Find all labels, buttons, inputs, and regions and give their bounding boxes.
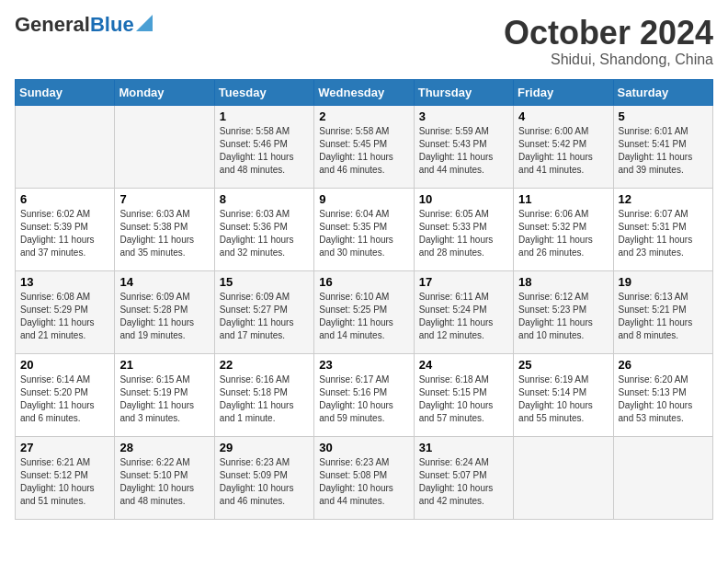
day-number: 29: [220, 441, 309, 454]
day-info: Sunrise: 6:04 AM Sunset: 5:35 PM Dayligh…: [319, 208, 408, 259]
calendar-cell: 8Sunrise: 6:03 AM Sunset: 5:36 PM Daylig…: [214, 188, 313, 270]
calendar-cell: 14Sunrise: 6:09 AM Sunset: 5:28 PM Dayli…: [115, 270, 214, 353]
calendar-cell: 15Sunrise: 6:09 AM Sunset: 5:27 PM Dayli…: [214, 270, 313, 353]
day-number: 18: [518, 275, 608, 289]
calendar-cell: [613, 436, 712, 519]
calendar-table: SundayMondayTuesdayWednesdayThursdayFrid…: [15, 79, 713, 520]
day-number: 6: [20, 192, 109, 206]
day-number: 10: [419, 192, 508, 206]
day-info: Sunrise: 6:10 AM Sunset: 5:25 PM Dayligh…: [319, 291, 408, 342]
calendar-cell: 23Sunrise: 6:17 AM Sunset: 5:16 PM Dayli…: [314, 353, 414, 436]
week-row-5: 27Sunrise: 6:21 AM Sunset: 5:12 PM Dayli…: [16, 436, 713, 519]
svg-marker-0: [136, 15, 153, 31]
day-number: 31: [419, 441, 508, 454]
day-info: Sunrise: 5:58 AM Sunset: 5:46 PM Dayligh…: [220, 125, 309, 177]
calendar-cell: 20Sunrise: 6:14 AM Sunset: 5:20 PM Dayli…: [16, 353, 115, 436]
week-row-2: 6Sunrise: 6:02 AM Sunset: 5:39 PM Daylig…: [16, 188, 713, 270]
calendar-cell: 31Sunrise: 6:24 AM Sunset: 5:07 PM Dayli…: [414, 436, 513, 519]
day-info: Sunrise: 6:21 AM Sunset: 5:12 PM Dayligh…: [20, 456, 109, 508]
day-info: Sunrise: 6:17 AM Sunset: 5:16 PM Dayligh…: [319, 373, 408, 425]
calendar-cell: 11Sunrise: 6:06 AM Sunset: 5:32 PM Dayli…: [514, 188, 613, 270]
calendar-cell: 6Sunrise: 6:02 AM Sunset: 5:39 PM Daylig…: [16, 188, 115, 270]
day-number: 5: [619, 109, 708, 123]
location-subtitle: Shidui, Shandong, China: [504, 52, 713, 68]
day-info: Sunrise: 6:07 AM Sunset: 5:31 PM Dayligh…: [619, 208, 708, 259]
calendar-cell: 19Sunrise: 6:13 AM Sunset: 5:21 PM Dayli…: [613, 270, 712, 353]
calendar-cell: 12Sunrise: 6:07 AM Sunset: 5:31 PM Dayli…: [613, 188, 712, 270]
day-number: 4: [518, 109, 608, 123]
logo-blue: Blue: [90, 13, 134, 36]
day-number: 23: [319, 358, 408, 372]
calendar-cell: 4Sunrise: 6:00 AM Sunset: 5:42 PM Daylig…: [514, 105, 613, 188]
day-number: 7: [119, 192, 209, 206]
weekday-header-wednesday: Wednesday: [314, 79, 414, 105]
day-number: 13: [20, 275, 109, 289]
week-row-4: 20Sunrise: 6:14 AM Sunset: 5:20 PM Dayli…: [16, 353, 713, 436]
calendar-cell: 18Sunrise: 6:12 AM Sunset: 5:23 PM Dayli…: [514, 270, 613, 353]
calendar-header: SundayMondayTuesdayWednesdayThursdayFrid…: [16, 79, 713, 105]
day-number: 3: [419, 109, 508, 123]
day-info: Sunrise: 6:00 AM Sunset: 5:42 PM Dayligh…: [518, 125, 608, 177]
day-info: Sunrise: 6:01 AM Sunset: 5:41 PM Dayligh…: [619, 125, 708, 177]
day-number: 21: [119, 358, 209, 372]
calendar-cell: 5Sunrise: 6:01 AM Sunset: 5:41 PM Daylig…: [613, 105, 712, 188]
weekday-header-sunday: Sunday: [16, 79, 115, 105]
day-number: 19: [619, 275, 708, 289]
day-info: Sunrise: 5:59 AM Sunset: 5:43 PM Dayligh…: [419, 125, 508, 177]
calendar-cell: 25Sunrise: 6:19 AM Sunset: 5:14 PM Dayli…: [514, 353, 613, 436]
day-info: Sunrise: 6:23 AM Sunset: 5:08 PM Dayligh…: [319, 456, 408, 508]
day-number: 17: [419, 275, 508, 289]
day-number: 1: [220, 109, 309, 123]
calendar-cell: 9Sunrise: 6:04 AM Sunset: 5:35 PM Daylig…: [314, 188, 414, 270]
logo-text: GeneralBlue: [15, 15, 134, 35]
calendar-cell: 26Sunrise: 6:20 AM Sunset: 5:13 PM Dayli…: [613, 353, 712, 436]
title-block: October 2024 Shidui, Shandong, China: [504, 15, 713, 68]
calendar-body: 1Sunrise: 5:58 AM Sunset: 5:46 PM Daylig…: [16, 105, 713, 519]
day-info: Sunrise: 6:16 AM Sunset: 5:18 PM Dayligh…: [220, 373, 309, 425]
day-number: 2: [319, 109, 408, 123]
day-info: Sunrise: 6:14 AM Sunset: 5:20 PM Dayligh…: [20, 373, 109, 425]
day-info: Sunrise: 6:03 AM Sunset: 5:36 PM Dayligh…: [220, 208, 309, 259]
calendar-cell: 7Sunrise: 6:03 AM Sunset: 5:38 PM Daylig…: [115, 188, 214, 270]
day-number: 14: [119, 275, 209, 289]
calendar-cell: [16, 105, 115, 188]
weekday-header-friday: Friday: [514, 79, 613, 105]
day-number: 22: [220, 358, 309, 372]
day-number: 11: [518, 192, 608, 206]
day-number: 12: [619, 192, 708, 206]
calendar-cell: 21Sunrise: 6:15 AM Sunset: 5:19 PM Dayli…: [115, 353, 214, 436]
calendar-cell: 2Sunrise: 5:58 AM Sunset: 5:45 PM Daylig…: [314, 105, 414, 188]
weekday-header-tuesday: Tuesday: [214, 79, 313, 105]
calendar-cell: 30Sunrise: 6:23 AM Sunset: 5:08 PM Dayli…: [314, 436, 414, 519]
weekday-header-thursday: Thursday: [414, 79, 513, 105]
day-number: 8: [220, 192, 309, 206]
weekday-header-monday: Monday: [115, 79, 214, 105]
day-info: Sunrise: 6:11 AM Sunset: 5:24 PM Dayligh…: [419, 291, 508, 342]
day-info: Sunrise: 6:13 AM Sunset: 5:21 PM Dayligh…: [619, 291, 708, 342]
day-number: 16: [319, 275, 408, 289]
weekday-row: SundayMondayTuesdayWednesdayThursdayFrid…: [16, 79, 713, 105]
calendar-cell: 3Sunrise: 5:59 AM Sunset: 5:43 PM Daylig…: [414, 105, 513, 188]
calendar-cell: 24Sunrise: 6:18 AM Sunset: 5:15 PM Dayli…: [414, 353, 513, 436]
logo-general: General: [15, 13, 90, 36]
logo: GeneralBlue: [15, 15, 153, 35]
day-number: 28: [119, 441, 209, 454]
day-info: Sunrise: 6:08 AM Sunset: 5:29 PM Dayligh…: [20, 291, 109, 342]
calendar-cell: 1Sunrise: 5:58 AM Sunset: 5:46 PM Daylig…: [214, 105, 313, 188]
page-header: GeneralBlue October 2024 Shidui, Shandon…: [15, 15, 713, 68]
calendar-cell: 28Sunrise: 6:22 AM Sunset: 5:10 PM Dayli…: [115, 436, 214, 519]
logo-icon: [136, 15, 153, 31]
calendar-cell: 29Sunrise: 6:23 AM Sunset: 5:09 PM Dayli…: [214, 436, 313, 519]
day-info: Sunrise: 6:02 AM Sunset: 5:39 PM Dayligh…: [20, 208, 109, 259]
calendar-cell: 17Sunrise: 6:11 AM Sunset: 5:24 PM Dayli…: [414, 270, 513, 353]
day-info: Sunrise: 6:09 AM Sunset: 5:28 PM Dayligh…: [119, 291, 209, 342]
day-info: Sunrise: 6:06 AM Sunset: 5:32 PM Dayligh…: [518, 208, 608, 259]
day-number: 26: [619, 358, 708, 372]
weekday-header-saturday: Saturday: [613, 79, 712, 105]
day-info: Sunrise: 6:19 AM Sunset: 5:14 PM Dayligh…: [518, 373, 608, 425]
day-info: Sunrise: 6:03 AM Sunset: 5:38 PM Dayligh…: [119, 208, 209, 259]
day-info: Sunrise: 6:22 AM Sunset: 5:10 PM Dayligh…: [119, 456, 209, 508]
day-info: Sunrise: 6:12 AM Sunset: 5:23 PM Dayligh…: [518, 291, 608, 342]
day-info: Sunrise: 6:09 AM Sunset: 5:27 PM Dayligh…: [220, 291, 309, 342]
day-number: 27: [20, 441, 109, 454]
